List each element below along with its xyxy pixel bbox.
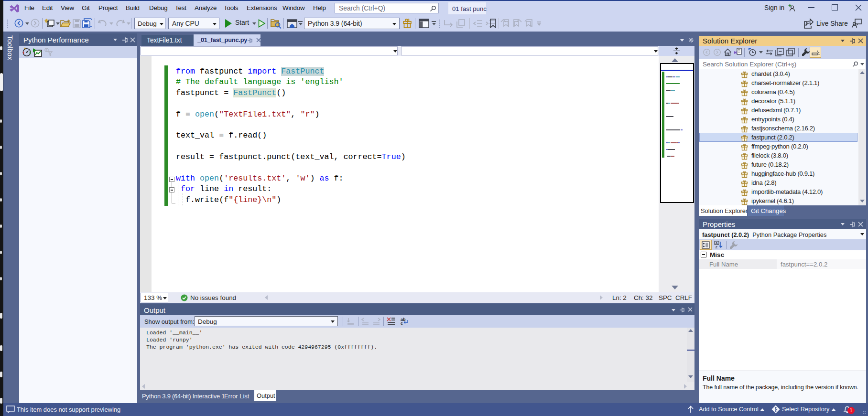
svg-text:Z: Z bbox=[716, 245, 718, 249]
svg-text:c: c bbox=[401, 321, 403, 325]
